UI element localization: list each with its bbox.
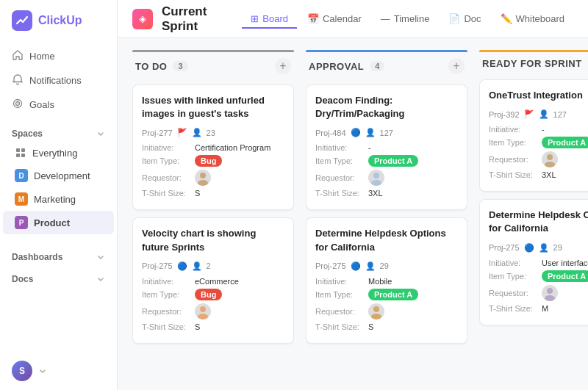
docs-label: Docs xyxy=(12,274,33,284)
column-add-approval[interactable]: + xyxy=(448,58,465,74)
header-nav: ⊞ Board 📅 Calendar — Timeline 📄 Doc ✏️ W… xyxy=(242,9,573,29)
person-icon-approval-2: 👤 xyxy=(365,261,376,271)
column-header-todo: TO DO 3 + xyxy=(132,50,294,82)
card-initiative-row-todo-1: Initiative: Certification Program xyxy=(142,143,284,152)
tshirt-label: T-Shirt Size: xyxy=(142,189,195,198)
persons-count-ready-1: 127 xyxy=(553,110,567,119)
timeline-icon: — xyxy=(381,13,390,24)
card-ready-1[interactable]: OneTrust Integration Proj-392 🚩 👤 127 In… xyxy=(479,79,588,192)
tab-whiteboard[interactable]: ✏️ Whiteboard xyxy=(492,9,573,29)
flag-icon-approval-1: 🔵 xyxy=(351,128,361,137)
requestor-avatar-ready-1 xyxy=(542,151,558,167)
everything-label: Everything xyxy=(32,148,77,159)
card-title-todo-2: Velocity chart is showing future Sprints xyxy=(142,227,284,253)
svg-point-11 xyxy=(198,314,208,319)
svg-point-18 xyxy=(547,288,553,294)
logo: ClickUp xyxy=(0,0,117,41)
item-type-badge-todo-1: Bug xyxy=(195,155,222,167)
card-ready-2[interactable]: Determine Helpdesk Options for Californi… xyxy=(479,199,588,325)
item-type-badge-ready-2: Product A xyxy=(542,270,588,282)
user-avatar[interactable]: S xyxy=(12,361,32,381)
person-icon-approval-1: 👤 xyxy=(365,128,376,137)
column-title-ready: READY FOR SPRINT xyxy=(482,58,582,69)
svg-point-13 xyxy=(371,180,381,186)
grid-icon xyxy=(15,147,26,159)
docs-chevron-icon xyxy=(96,275,105,284)
svg-point-19 xyxy=(545,295,555,301)
card-approval-2[interactable]: Determine Helpdesk Options for Californi… xyxy=(306,217,467,343)
item-type-badge-ready-1: Product A xyxy=(542,137,588,148)
svg-point-15 xyxy=(371,314,381,319)
person-icon-ready-2: 👤 xyxy=(539,243,549,253)
card-todo-1[interactable]: Issues with linked unfurled images in gu… xyxy=(132,84,294,210)
tab-calendar[interactable]: 📅 Calendar xyxy=(298,9,370,29)
sidebar-item-product[interactable]: P Product xyxy=(3,211,114,234)
persons-count-approval-2: 29 xyxy=(380,261,389,270)
svg-point-12 xyxy=(373,173,379,178)
persons-count-todo-1: 23 xyxy=(207,129,215,137)
card-meta-ready-2: Proj-275 🔵 👤 29 xyxy=(489,243,588,253)
spaces-label: Spaces xyxy=(12,129,43,139)
flag-icon-todo-2: 🔵 xyxy=(177,261,187,271)
spaces-section: Spaces xyxy=(0,120,117,142)
card-approval-1[interactable]: Deacom Finding: Dry/Trim/Packaging Proj-… xyxy=(306,84,467,210)
flag-icon-approval-2: 🔵 xyxy=(351,261,361,271)
doc-icon: 📄 xyxy=(448,13,460,24)
column-header-ready: READY FOR SPRINT xyxy=(479,50,588,76)
column-add-todo[interactable]: + xyxy=(275,58,291,74)
ready-cards: OneTrust Integration Proj-392 🚩 👤 127 In… xyxy=(479,79,588,378)
board-area: TO DO 3 + Issues with linked unfurled im… xyxy=(118,38,588,390)
card-itemtype-row-todo-2: Item Type: Bug xyxy=(142,289,284,300)
bell-icon xyxy=(12,73,24,87)
card-meta-todo-2: Proj-275 🔵 👤 2 xyxy=(142,261,284,271)
card-meta-approval-1: Proj-484 🔵 👤 127 xyxy=(315,128,458,137)
sidebar-item-notifications[interactable]: Notifications xyxy=(6,68,111,93)
sidebar-item-development[interactable]: D Development xyxy=(3,164,114,187)
svg-point-14 xyxy=(373,306,379,312)
card-todo-2[interactable]: Velocity chart is showing future Sprints… xyxy=(132,217,294,343)
svg-point-8 xyxy=(200,173,206,178)
person-icon-ready-1: 👤 xyxy=(539,109,549,119)
card-requestor-row-todo-2: Requestor: xyxy=(142,303,284,319)
card-itemtype-row-todo-1: Item Type: Bug xyxy=(142,155,284,167)
column-title-todo: TO DO xyxy=(135,61,167,72)
home-icon xyxy=(12,49,24,63)
item-type-badge-todo-2: Bug xyxy=(195,289,222,300)
flag-icon-ready-2: 🔵 xyxy=(524,243,534,253)
sidebar-item-everything[interactable]: Everything xyxy=(3,142,114,164)
tab-timeline[interactable]: — Timeline xyxy=(372,9,439,29)
chevron-icon xyxy=(96,129,105,138)
svg-point-16 xyxy=(547,154,553,160)
tab-doc[interactable]: 📄 Doc xyxy=(440,9,490,29)
item-type-badge-approval-1: Product A xyxy=(368,155,418,167)
column-count-todo: 3 xyxy=(173,61,187,71)
svg-point-17 xyxy=(545,162,555,167)
sidebar-item-goals[interactable]: Goals xyxy=(6,93,111,117)
svg-point-10 xyxy=(200,306,206,312)
card-meta-todo-1: Proj-277 🚩 👤 23 xyxy=(142,128,284,137)
dashboards-section: Dashboards xyxy=(0,243,117,265)
initiative-value-todo-1: Certification Program xyxy=(195,143,270,152)
item-type-label: Item Type: xyxy=(142,156,195,165)
marketing-label: Marketing xyxy=(34,194,76,205)
approval-cards: Deacom Finding: Dry/Trim/Packaging Proj-… xyxy=(306,84,467,378)
card-title-approval-1: Deacom Finding: Dry/Trim/Packaging xyxy=(315,94,458,120)
tshirt-value-todo-1: S xyxy=(195,189,200,198)
sidebar-item-marketing[interactable]: M Marketing xyxy=(3,187,114,211)
development-dot: D xyxy=(15,169,28,182)
tab-board[interactable]: ⊞ Board xyxy=(242,9,297,29)
card-tshirt-row-todo-1: T-Shirt Size: S xyxy=(142,189,284,198)
requestor-avatar-todo-1 xyxy=(195,170,211,186)
persons-count-approval-1: 127 xyxy=(380,129,393,137)
flag-icon-todo-1: 🚩 xyxy=(177,128,187,137)
card-meta-approval-2: Proj-275 🔵 👤 29 xyxy=(315,261,458,271)
whiteboard-icon: ✏️ xyxy=(501,13,512,24)
column-header-approval: APPROVAL 4 + xyxy=(306,50,467,82)
column-todo: TO DO 3 + Issues with linked unfurled im… xyxy=(132,50,294,378)
dashboards-label: Dashboards xyxy=(12,252,62,262)
card-title-ready-1: OneTrust Integration xyxy=(489,89,588,102)
requestor-avatar-approval-2 xyxy=(368,303,384,319)
sidebar-item-home[interactable]: Home xyxy=(6,44,111,68)
requestor-avatar-ready-2 xyxy=(542,285,558,301)
main-header: ◈ Current Sprint ⊞ Board 📅 Calendar — Ti… xyxy=(118,0,588,38)
